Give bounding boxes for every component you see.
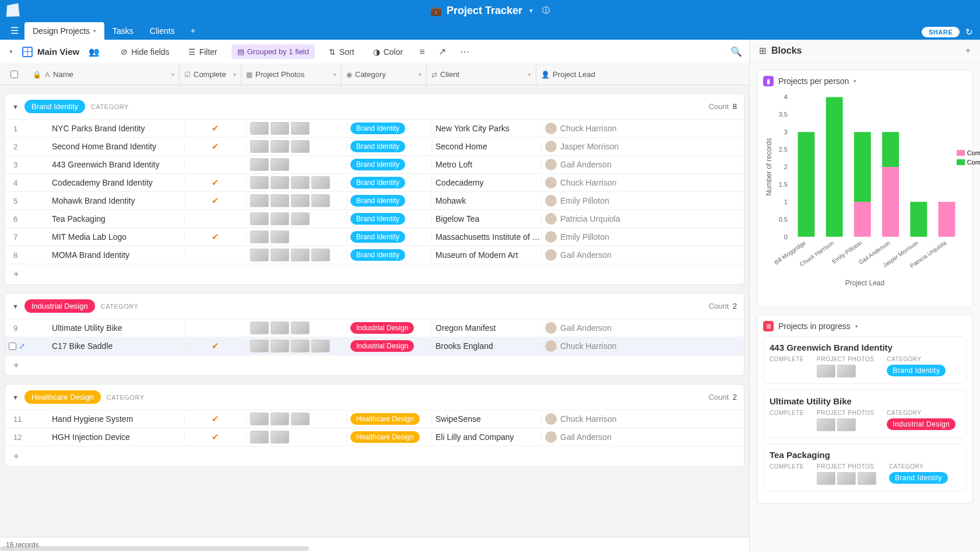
collapse-icon[interactable]: ▼ bbox=[12, 303, 19, 310]
color-button[interactable]: ◑ Color bbox=[368, 45, 408, 59]
header-client[interactable]: ⇄ Client ▾ bbox=[427, 64, 536, 85]
cell-category[interactable]: Brand Identity bbox=[347, 195, 432, 207]
cell-name[interactable]: Hand Hygiene System bbox=[33, 414, 185, 424]
cell-name[interactable]: Codecademy Brand Identity bbox=[33, 178, 185, 187]
caret-down-icon[interactable]: ▾ bbox=[419, 72, 421, 78]
caret-down-icon[interactable]: ▾ bbox=[855, 323, 858, 329]
cell-complete[interactable]: ✔ bbox=[185, 414, 247, 424]
group-button[interactable]: ▤ Grouped by 1 field bbox=[231, 44, 315, 59]
block-title-row[interactable]: ≣ Projects in progress ▾ bbox=[763, 321, 967, 331]
cell-lead[interactable]: Jasper Morrison bbox=[542, 141, 623, 152]
table-row[interactable]: ⤢ C17 Bike Saddle ✔ Industrial Design Br… bbox=[5, 337, 744, 355]
cell-category[interactable]: Brand Identity bbox=[347, 249, 432, 261]
cell-lead[interactable]: Gail Anderson bbox=[542, 159, 623, 170]
cell-client[interactable]: Codecademy bbox=[432, 178, 542, 187]
add-row-button[interactable]: + bbox=[5, 446, 744, 466]
airtable-logo[interactable] bbox=[6, 4, 19, 16]
select-all-checkbox[interactable] bbox=[10, 71, 18, 78]
photo-thumb[interactable] bbox=[271, 122, 289, 135]
cell-complete[interactable]: ✔ bbox=[185, 141, 247, 152]
table-row[interactable]: 7 MIT Media Lab Logo ✔ Brand Identity Ma… bbox=[5, 228, 744, 246]
cell-lead[interactable]: Chuck Harrison bbox=[542, 123, 623, 134]
table-row[interactable]: 1 NYC Parks Brand Identity ✔ Brand Ident… bbox=[5, 119, 744, 137]
photo-thumb[interactable] bbox=[271, 249, 289, 261]
share-button[interactable]: SHARE bbox=[922, 27, 960, 37]
view-switcher[interactable]: Main View bbox=[22, 47, 79, 57]
collaborators-icon[interactable]: 👥 bbox=[89, 47, 100, 57]
add-row-button[interactable]: + bbox=[5, 355, 744, 375]
photo-thumb[interactable] bbox=[250, 230, 269, 243]
cell-client[interactable]: Metro Loft bbox=[432, 160, 542, 169]
table-row[interactable]: 12 HGH Injection Device ✔ Healthcare Des… bbox=[5, 428, 744, 446]
photo-thumb[interactable] bbox=[311, 176, 330, 189]
cell-client[interactable]: Massachusetts Institute of Tech bbox=[432, 232, 542, 242]
cell-client[interactable]: Eli Lilly and Company bbox=[432, 432, 542, 442]
history-icon[interactable]: ↻ bbox=[965, 27, 973, 37]
progress-card[interactable]: 443 Greenwich Brand Identity COMPLETE PR… bbox=[763, 336, 967, 384]
photo-thumb[interactable] bbox=[271, 431, 289, 443]
table-row[interactable]: 6 Tea Packaging Brand Identity Bigelow T… bbox=[5, 209, 744, 228]
photo-thumb[interactable] bbox=[291, 212, 310, 225]
cell-category[interactable]: Brand Identity bbox=[347, 141, 432, 152]
photo-thumb[interactable] bbox=[817, 365, 835, 378]
cell-complete[interactable]: ✔ bbox=[185, 123, 247, 134]
menu-button[interactable]: ☰ bbox=[5, 22, 24, 40]
cell-client[interactable]: Bigelow Tea bbox=[432, 214, 542, 223]
cell-client[interactable]: Brooks England bbox=[432, 341, 542, 351]
tab-design-projects[interactable]: Design Projects▾ bbox=[24, 22, 104, 40]
photo-thumb[interactable] bbox=[837, 418, 856, 431]
filter-button[interactable]: ☰ Filter bbox=[184, 45, 222, 59]
table-row[interactable]: 4 Codecademy Brand Identity ✔ Brand Iden… bbox=[5, 173, 744, 191]
table-row[interactable]: 11 Hand Hygiene System ✔ Healthcare Desi… bbox=[5, 410, 744, 428]
photo-thumb[interactable] bbox=[291, 140, 310, 153]
group-header[interactable]: ▼ Industrial Design CATEGORY Count 2 bbox=[5, 294, 744, 319]
cell-photos[interactable] bbox=[247, 249, 347, 261]
cell-category[interactable]: Brand Identity bbox=[347, 231, 432, 243]
photo-thumb[interactable] bbox=[837, 365, 856, 378]
horizontal-scrollbar[interactable] bbox=[0, 546, 309, 551]
photo-thumb[interactable] bbox=[311, 249, 330, 261]
cell-client[interactable]: SwipeSense bbox=[432, 414, 542, 424]
views-menu-caret[interactable]: ▾ bbox=[9, 48, 13, 55]
header-lead[interactable]: 👤 Project Lead bbox=[536, 64, 618, 85]
cell-client[interactable]: Second Home bbox=[432, 142, 542, 151]
table-row[interactable]: 8 MOMA Brand Identity Brand Identity Mus… bbox=[5, 246, 744, 264]
table-row[interactable]: 3 443 Greenwich Brand Identity Brand Ide… bbox=[5, 155, 744, 173]
add-table-button[interactable]: ＋ bbox=[183, 22, 203, 40]
photo-thumb[interactable] bbox=[250, 249, 269, 261]
cell-lead[interactable]: Gail Anderson bbox=[542, 249, 623, 261]
photo-thumb[interactable] bbox=[250, 431, 269, 443]
group-header[interactable]: ▼ Healthcare Design CATEGORY Count 2 bbox=[5, 385, 744, 410]
cell-client[interactable]: New York City Parks bbox=[432, 124, 542, 133]
cell-name[interactable]: MOMA Brand Identity bbox=[33, 250, 185, 260]
photo-thumb[interactable] bbox=[291, 176, 310, 189]
cell-photos[interactable] bbox=[247, 158, 347, 171]
cell-complete[interactable]: ✔ bbox=[185, 341, 247, 351]
add-row-button[interactable]: + bbox=[5, 264, 744, 284]
cell-client[interactable]: Oregon Manifest bbox=[432, 323, 542, 333]
cell-photos[interactable] bbox=[247, 230, 347, 243]
photo-thumb[interactable] bbox=[271, 230, 289, 243]
cell-name[interactable]: C17 Bike Saddle bbox=[33, 341, 185, 351]
photo-thumb[interactable] bbox=[291, 122, 310, 135]
cell-name[interactable]: MIT Media Lab Logo bbox=[33, 232, 185, 242]
cell-lead[interactable]: Patricia Urquiola bbox=[542, 213, 623, 225]
cell-photos[interactable] bbox=[247, 340, 347, 352]
photo-thumb[interactable] bbox=[291, 322, 310, 334]
header-photos[interactable]: ▦ Project Photos ▾ bbox=[241, 64, 342, 85]
add-block-button[interactable]: + bbox=[965, 46, 971, 56]
cell-name[interactable]: HGH Injection Device bbox=[33, 432, 185, 442]
photo-thumb[interactable] bbox=[250, 212, 269, 225]
cell-photos[interactable] bbox=[247, 140, 347, 153]
cell-complete[interactable]: ✔ bbox=[185, 232, 247, 242]
photo-thumb[interactable] bbox=[817, 418, 835, 431]
photo-thumb[interactable] bbox=[250, 140, 269, 153]
group-header[interactable]: ▼ Brand Identity CATEGORY Count 8 bbox=[5, 94, 744, 119]
cell-client[interactable]: Mohawk bbox=[432, 196, 542, 205]
search-icon[interactable]: 🔍 bbox=[730, 47, 742, 57]
info-icon[interactable]: ⓘ bbox=[542, 5, 550, 16]
table-row[interactable]: 2 Second Home Brand Identity ✔ Brand Ide… bbox=[5, 137, 744, 155]
photo-thumb[interactable] bbox=[858, 472, 876, 485]
cell-lead[interactable]: Gail Anderson bbox=[542, 431, 623, 443]
photo-thumb[interactable] bbox=[250, 340, 269, 352]
